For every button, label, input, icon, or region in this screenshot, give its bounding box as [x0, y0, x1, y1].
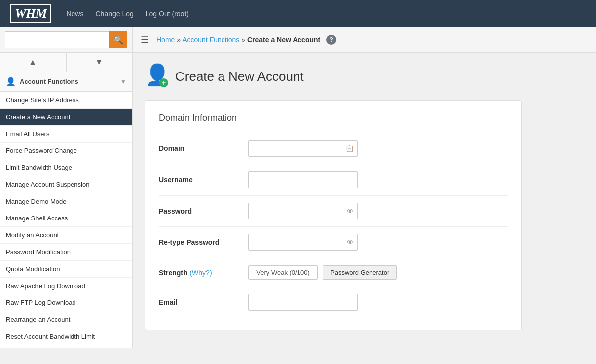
sidebar-item[interactable]: Email All Users [0, 126, 132, 143]
nav-logout[interactable]: Log Out (root) [146, 10, 189, 18]
search-container: 🔍 [5, 31, 127, 48]
content-area: 👤 + Create a New Account Domain Informat… [133, 53, 596, 348]
sidebar-item[interactable]: Modify an Account [0, 227, 132, 244]
form-row-retype-password: Re-type Password 👁 [159, 227, 508, 258]
up-arrow-icon: ▲ [29, 58, 37, 67]
eye-icon-password[interactable]: 👁 [347, 207, 354, 215]
chevron-down-icon: ▼ [120, 78, 126, 85]
why-link[interactable]: (Why?) [189, 269, 212, 277]
strength-display: Very Weak (0/100) [248, 265, 318, 280]
label-domain: Domain [159, 145, 248, 152]
sidebar: ▲ ▼ 👤 Account Functions ▼ Change Site's … [0, 53, 133, 348]
breadcrumb-section[interactable]: Account Functions [182, 36, 239, 44]
hamburger-icon[interactable]: ☰ [141, 34, 149, 45]
sidebar-item[interactable]: Manage Shell Access [0, 210, 132, 227]
password-generator-button[interactable]: Password Generator [323, 265, 397, 280]
page-title-area: 👤 + Create a New Account [145, 65, 584, 88]
form-row-strength: Strength (Why?) Very Weak (0/100) Passwo… [159, 258, 508, 287]
form-row-password: Password 👁 [159, 196, 508, 227]
plus-badge: + [159, 78, 168, 87]
sidebar-nav-arrows: ▲ ▼ [0, 53, 132, 72]
email-input[interactable] [248, 294, 358, 311]
main-layout: ▲ ▼ 👤 Account Functions ▼ Change Site's … [0, 53, 596, 348]
form-row-domain: Domain 📋 [159, 133, 508, 164]
section-title: Domain Information [159, 113, 508, 123]
sidebar-item[interactable]: Raw Apache Log Download [0, 278, 132, 294]
top-nav: WHM News Change Log Log Out (root) [0, 0, 596, 27]
domain-input-wrapper: 📋 [248, 140, 358, 157]
form-card: Domain Information Domain 📋 Username Pas… [145, 100, 522, 330]
nav-changelog[interactable]: Change Log [95, 10, 133, 18]
sidebar-item[interactable]: Reset Account Bandwidth Limit [0, 328, 132, 345]
label-username: Username [159, 176, 248, 184]
search-button[interactable]: 🔍 [109, 31, 127, 48]
sidebar-section-label: Account Functions [20, 78, 78, 85]
breadcrumb: ☰ Home » Account Functions » Create a Ne… [133, 27, 596, 52]
label-email: Email [159, 298, 248, 306]
page-title-icon: 👤 + [145, 65, 168, 88]
sidebar-items-list: Change Site's IP AddressCreate a New Acc… [0, 92, 132, 345]
label-retype-password: Re-type Password [159, 238, 248, 246]
nav-links: News Change Log Log Out (root) [66, 10, 188, 18]
sidebar-item[interactable]: Quota Modification [0, 261, 132, 278]
label-password: Password [159, 207, 248, 215]
password-input[interactable] [248, 203, 358, 219]
sidebar-down-arrow[interactable]: ▼ [67, 53, 133, 72]
form-row-email: Email [159, 287, 508, 318]
retype-password-input-wrapper: 👁 [248, 234, 358, 251]
form-row-username: Username [159, 164, 508, 196]
breadcrumb-text: Home » Account Functions » Create a New … [156, 36, 320, 44]
sidebar-item[interactable]: Rearrange an Account [0, 311, 132, 328]
sidebar-item[interactable]: Force Password Change [0, 143, 132, 159]
nav-news[interactable]: News [66, 10, 83, 18]
label-strength: Strength (Why?) [159, 269, 248, 277]
clipboard-icon: 📋 [345, 145, 354, 152]
password-input-wrapper: 👁 [248, 203, 358, 219]
down-arrow-icon: ▼ [95, 58, 103, 67]
sidebar-item[interactable]: Password Modification [0, 244, 132, 261]
domain-input[interactable] [248, 140, 358, 157]
help-icon[interactable]: ? [326, 35, 336, 45]
breadcrumb-home[interactable]: Home [156, 36, 175, 44]
search-input[interactable] [5, 31, 109, 48]
page-title: Create a New Account [175, 69, 304, 84]
sidebar-item[interactable]: Change Site's IP Address [0, 92, 132, 109]
sidebar-item[interactable]: Limit Bandwidth Usage [0, 159, 132, 176]
whm-logo: WHM [10, 4, 51, 23]
eye-icon-retype[interactable]: 👁 [347, 238, 354, 246]
sidebar-item[interactable]: Manage Demo Mode [0, 193, 132, 210]
search-icon: 🔍 [113, 35, 123, 45]
sidebar-item[interactable]: Manage Account Suspension [0, 176, 132, 193]
section-icon: 👤 [6, 77, 16, 86]
retype-password-input[interactable] [248, 234, 358, 251]
username-input[interactable] [248, 171, 358, 188]
breadcrumb-current: Create a New Account [247, 36, 320, 44]
sidebar-item[interactable]: Create a New Account [0, 109, 132, 126]
strength-row: Very Weak (0/100) Password Generator [248, 265, 508, 280]
sidebar-item[interactable]: Raw FTP Log Download [0, 294, 132, 311]
sidebar-up-arrow[interactable]: ▲ [0, 53, 67, 72]
sidebar-section-header[interactable]: 👤 Account Functions ▼ [0, 72, 132, 92]
